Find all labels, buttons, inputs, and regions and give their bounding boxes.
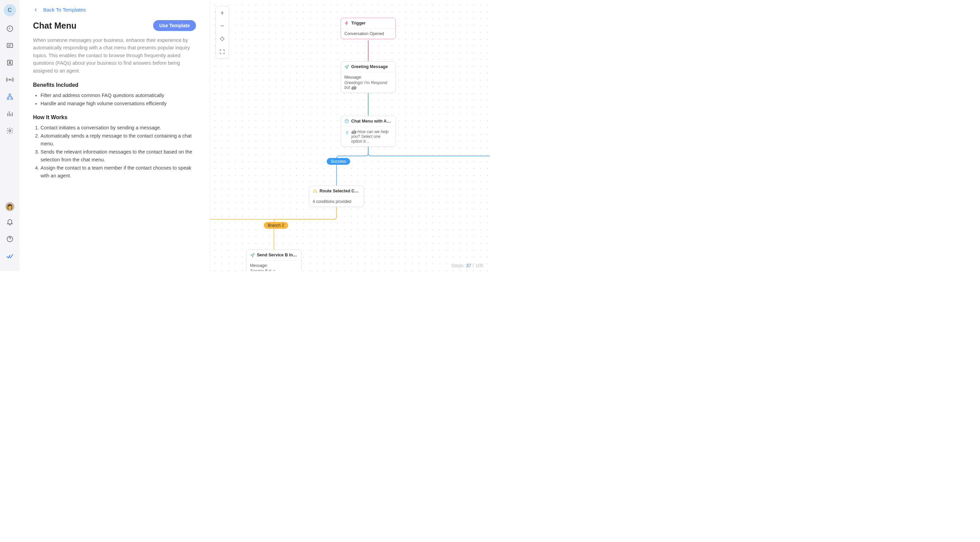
node-chat-menu[interactable]: Chat Menu with All Op… 🤖 How can we help… <box>340 116 396 147</box>
node-trigger[interactable]: Trigger Conversation Opened <box>340 18 396 39</box>
bell-icon <box>6 218 14 226</box>
use-template-button[interactable]: Use Template <box>153 20 196 31</box>
badge-branch: Branch 2 <box>264 222 288 229</box>
steps-sep: / <box>471 263 476 268</box>
node-body: 4 conditions provided <box>309 196 364 207</box>
sidebar-bottom: 👩 <box>4 202 16 267</box>
title-row: Chat Menu Use Template <box>33 20 196 31</box>
node-body: Message: Service B is a personalized <box>247 260 301 271</box>
list-icon <box>344 130 349 135</box>
nav-settings[interactable] <box>4 124 16 137</box>
content-panel: Back To Templates Chat Menu Use Template… <box>19 0 210 271</box>
steps-total: 100 <box>476 263 483 268</box>
send-icon <box>344 64 349 69</box>
message-body: Greetings! I'm Respond bot 🤖 <box>344 80 392 90</box>
zoom-out-button[interactable] <box>216 19 229 32</box>
svg-rect-7 <box>11 98 13 100</box>
how-list: Contact initiates a conversation by send… <box>33 124 196 179</box>
svg-rect-1 <box>7 43 13 48</box>
question-icon <box>344 119 349 124</box>
crosshair-icon <box>219 36 225 42</box>
gauge-icon <box>6 25 14 32</box>
nav-messages[interactable] <box>4 40 16 52</box>
benefits-list: Filter and address common FAQ questions … <box>33 92 196 107</box>
svg-point-4 <box>9 79 11 80</box>
message-label: Message: <box>344 75 392 80</box>
nav-analytics[interactable] <box>4 108 16 120</box>
template-description: When someone messages your business, enh… <box>33 37 196 75</box>
svg-rect-6 <box>7 98 9 100</box>
node-title: Chat Menu with All Op… <box>351 119 392 124</box>
node-greeting[interactable]: Greeting Message Message: Greetings! I'm… <box>340 61 396 93</box>
how-heading: How It Works <box>33 115 196 121</box>
fullscreen-button[interactable] <box>216 45 229 58</box>
benefits-heading: Benefits Included <box>33 82 196 88</box>
steps-current: 37 <box>466 263 471 268</box>
recenter-button[interactable] <box>216 32 229 45</box>
nav-dashboard[interactable] <box>4 22 16 35</box>
bolt-icon <box>344 21 349 26</box>
how-item: Automatically sends a reply message to t… <box>40 132 196 147</box>
nav-help[interactable] <box>4 233 16 245</box>
nav-workflows[interactable] <box>4 91 16 103</box>
help-icon <box>6 235 14 243</box>
node-header: Route Selected Chat … <box>309 186 364 196</box>
zoom-controls <box>215 6 229 59</box>
workflow-canvas[interactable]: Trigger Conversation Opened Greeting Mes… <box>210 0 490 271</box>
node-title: Greeting Message <box>351 64 388 69</box>
svg-point-10 <box>221 37 224 40</box>
svg-point-14 <box>316 192 317 193</box>
node-body: Conversation Opened <box>341 29 395 39</box>
check-icon <box>6 252 14 260</box>
steps-label: Steps: <box>451 263 465 268</box>
node-title: Trigger <box>351 21 366 26</box>
zoom-in-button[interactable] <box>216 6 229 19</box>
node-header: Send Service B Inform… <box>247 250 301 260</box>
svg-point-12 <box>315 189 315 190</box>
nav-notifications[interactable] <box>4 216 16 228</box>
expand-icon <box>219 49 225 55</box>
node-title: Route Selected Chat … <box>320 189 360 193</box>
send-icon <box>250 253 255 257</box>
svg-rect-5 <box>9 94 11 96</box>
contact-icon <box>6 59 14 66</box>
nav-contacts[interactable] <box>4 56 16 69</box>
page-title: Chat Menu <box>33 21 76 31</box>
benefit-item: Filter and address common FAQ questions … <box>40 92 196 99</box>
how-item: Contact initiates a conversation by send… <box>40 124 196 131</box>
node-route[interactable]: Route Selected Chat … 4 conditions provi… <box>309 185 364 207</box>
svg-point-8 <box>9 130 11 132</box>
node-header: Trigger <box>341 18 395 29</box>
broadcast-icon <box>6 76 14 83</box>
how-item: Assign the contact to a team member if t… <box>40 164 196 179</box>
node-service-b[interactable]: Send Service B Inform… Message: Service … <box>247 250 301 271</box>
workspace-avatar[interactable]: C <box>4 4 16 16</box>
user-avatar[interactable]: 👩 <box>5 202 14 211</box>
gear-icon <box>6 127 14 134</box>
back-link[interactable]: Back To Templates <box>33 7 86 13</box>
back-link-label: Back To Templates <box>43 7 86 13</box>
node-body: Message: Greetings! I'm Respond bot 🤖 <box>341 72 395 92</box>
badge-success: Success <box>327 158 350 165</box>
svg-point-0 <box>7 26 13 32</box>
node-header: Greeting Message <box>341 62 395 72</box>
node-title: Send Service B Inform… <box>257 253 298 257</box>
minus-icon <box>219 23 225 29</box>
workflow-icon <box>6 93 14 100</box>
node-body: 🤖 How can we help you? Select one option… <box>341 127 395 147</box>
svg-point-13 <box>313 192 314 193</box>
node-header: Chat Menu with All Op… <box>341 116 395 127</box>
steps-counter: Steps: 37 / 100 <box>451 263 483 268</box>
branch-icon <box>313 189 318 193</box>
benefit-item: Handle and manage high volume conversati… <box>40 100 196 108</box>
nav-broadcast[interactable] <box>4 73 16 86</box>
svg-point-3 <box>9 61 11 63</box>
how-item: Sends the relevant information messages … <box>40 148 196 163</box>
message-label: Message: <box>250 263 298 268</box>
nav-brand[interactable] <box>4 250 16 262</box>
chevron-left-icon <box>33 7 38 13</box>
sidebar: C 👩 <box>0 0 19 271</box>
menu-body: 🤖 How can we help you? Select one option… <box>351 129 392 143</box>
plus-icon <box>219 10 225 16</box>
chart-icon <box>6 110 14 118</box>
